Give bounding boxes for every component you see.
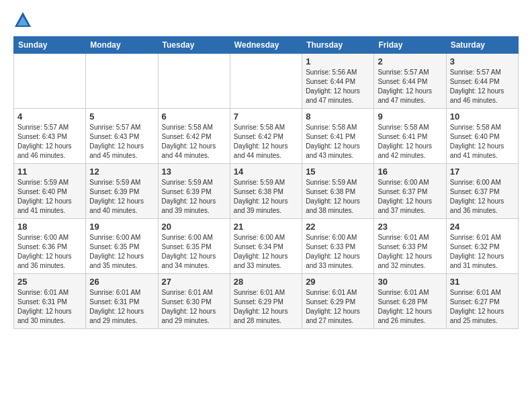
calendar-cell: 3Sunrise: 5:57 AMSunset: 6:44 PMDaylight…: [446, 54, 518, 109]
day-number: 15: [306, 167, 370, 177]
day-info: Sunrise: 5:58 AMSunset: 6:41 PMDaylight:…: [306, 123, 370, 161]
day-info: Sunrise: 6:01 AMSunset: 6:28 PMDaylight:…: [378, 288, 442, 326]
calendar-cell: 5Sunrise: 5:57 AMSunset: 6:43 PMDaylight…: [86, 109, 158, 164]
day-number: 13: [162, 167, 226, 177]
day-number: 8: [306, 111, 370, 122]
weekday-header-thursday: Thursday: [302, 37, 374, 54]
day-info: Sunrise: 6:01 AMSunset: 6:30 PMDaylight:…: [162, 288, 226, 326]
day-number: 7: [234, 111, 298, 122]
day-info: Sunrise: 6:01 AMSunset: 6:27 PMDaylight:…: [450, 288, 515, 326]
calendar-cell: 6Sunrise: 5:58 AMSunset: 6:42 PMDaylight…: [158, 109, 230, 164]
day-number: 11: [17, 167, 82, 177]
calendar-cell: 4Sunrise: 5:57 AMSunset: 6:43 PMDaylight…: [14, 109, 86, 164]
day-info: Sunrise: 5:59 AMSunset: 6:38 PMDaylight:…: [306, 178, 370, 216]
calendar-cell: 25Sunrise: 6:01 AMSunset: 6:31 PMDayligh…: [14, 274, 86, 329]
day-number: 1: [306, 56, 370, 66]
day-info: Sunrise: 6:00 AMSunset: 6:36 PMDaylight:…: [17, 233, 82, 271]
day-info: Sunrise: 5:59 AMSunset: 6:38 PMDaylight:…: [234, 178, 298, 216]
calendar-cell: 24Sunrise: 6:01 AMSunset: 6:32 PMDayligh…: [446, 219, 518, 274]
calendar-cell: 29Sunrise: 6:01 AMSunset: 6:29 PMDayligh…: [302, 274, 374, 329]
logo: [13, 11, 35, 30]
day-number: 26: [89, 277, 154, 287]
day-info: Sunrise: 6:01 AMSunset: 6:29 PMDaylight:…: [234, 288, 298, 326]
day-info: Sunrise: 6:01 AMSunset: 6:31 PMDaylight:…: [89, 288, 154, 326]
calendar-cell: 8Sunrise: 5:58 AMSunset: 6:41 PMDaylight…: [302, 109, 374, 164]
day-number: 30: [378, 277, 442, 287]
calendar-cell: 2Sunrise: 5:57 AMSunset: 6:44 PMDaylight…: [374, 54, 446, 109]
weekday-header-saturday: Saturday: [446, 37, 518, 54]
day-number: 20: [162, 222, 226, 232]
week-row-4: 18Sunrise: 6:00 AMSunset: 6:36 PMDayligh…: [14, 219, 519, 274]
day-number: 16: [378, 167, 442, 177]
calendar-cell: 16Sunrise: 6:00 AMSunset: 6:37 PMDayligh…: [374, 164, 446, 219]
day-info: Sunrise: 5:58 AMSunset: 6:42 PMDaylight:…: [162, 123, 226, 161]
calendar-cell: [230, 54, 302, 109]
calendar-cell: 7Sunrise: 5:58 AMSunset: 6:42 PMDaylight…: [230, 109, 302, 164]
calendar-cell: 1Sunrise: 5:56 AMSunset: 6:44 PMDaylight…: [302, 54, 374, 109]
weekday-header-friday: Friday: [374, 37, 446, 54]
day-info: Sunrise: 5:59 AMSunset: 6:39 PMDaylight:…: [162, 178, 226, 216]
day-number: 6: [162, 111, 226, 122]
calendar-cell: 9Sunrise: 5:58 AMSunset: 6:41 PMDaylight…: [374, 109, 446, 164]
weekday-header-row: SundayMondayTuesdayWednesdayThursdayFrid…: [14, 37, 519, 54]
logo-icon: [13, 11, 32, 30]
weekday-header-monday: Monday: [86, 37, 158, 54]
day-info: Sunrise: 5:57 AMSunset: 6:44 PMDaylight:…: [378, 68, 442, 105]
calendar-table: SundayMondayTuesdayWednesdayThursdayFrid…: [13, 36, 519, 329]
day-info: Sunrise: 5:59 AMSunset: 6:40 PMDaylight:…: [17, 178, 82, 216]
calendar-cell: 10Sunrise: 5:58 AMSunset: 6:40 PMDayligh…: [446, 109, 518, 164]
calendar-cell: 20Sunrise: 6:00 AMSunset: 6:35 PMDayligh…: [158, 219, 230, 274]
day-info: Sunrise: 5:56 AMSunset: 6:44 PMDaylight:…: [306, 68, 370, 105]
day-number: 3: [450, 56, 515, 66]
day-info: Sunrise: 6:00 AMSunset: 6:37 PMDaylight:…: [450, 178, 515, 216]
day-info: Sunrise: 5:58 AMSunset: 6:41 PMDaylight:…: [378, 123, 442, 161]
day-info: Sunrise: 6:01 AMSunset: 6:31 PMDaylight:…: [17, 288, 82, 326]
day-number: 18: [17, 222, 82, 232]
day-info: Sunrise: 5:58 AMSunset: 6:40 PMDaylight:…: [450, 123, 515, 161]
day-info: Sunrise: 6:01 AMSunset: 6:33 PMDaylight:…: [378, 233, 442, 271]
calendar-cell: 15Sunrise: 5:59 AMSunset: 6:38 PMDayligh…: [302, 164, 374, 219]
calendar-cell: 31Sunrise: 6:01 AMSunset: 6:27 PMDayligh…: [446, 274, 518, 329]
week-row-3: 11Sunrise: 5:59 AMSunset: 6:40 PMDayligh…: [14, 164, 519, 219]
calendar-cell: 28Sunrise: 6:01 AMSunset: 6:29 PMDayligh…: [230, 274, 302, 329]
page: SundayMondayTuesdayWednesdayThursdayFrid…: [0, 0, 532, 340]
calendar-cell: 27Sunrise: 6:01 AMSunset: 6:30 PMDayligh…: [158, 274, 230, 329]
day-info: Sunrise: 6:00 AMSunset: 6:35 PMDaylight:…: [89, 233, 154, 271]
day-number: 25: [17, 277, 82, 287]
calendar-cell: [158, 54, 230, 109]
header: [13, 11, 519, 30]
day-number: 29: [306, 277, 370, 287]
day-number: 28: [234, 277, 298, 287]
calendar-cell: 30Sunrise: 6:01 AMSunset: 6:28 PMDayligh…: [374, 274, 446, 329]
day-number: 10: [450, 111, 515, 122]
day-info: Sunrise: 5:57 AMSunset: 6:44 PMDaylight:…: [450, 68, 515, 105]
day-number: 5: [89, 111, 154, 122]
day-number: 17: [450, 167, 515, 177]
week-row-5: 25Sunrise: 6:01 AMSunset: 6:31 PMDayligh…: [14, 274, 519, 329]
calendar-cell: 13Sunrise: 5:59 AMSunset: 6:39 PMDayligh…: [158, 164, 230, 219]
weekday-header-tuesday: Tuesday: [158, 37, 230, 54]
calendar-cell: [14, 54, 86, 109]
calendar-cell: 23Sunrise: 6:01 AMSunset: 6:33 PMDayligh…: [374, 219, 446, 274]
day-number: 9: [378, 111, 442, 122]
day-number: 23: [378, 222, 442, 232]
day-number: 24: [450, 222, 515, 232]
day-number: 22: [306, 222, 370, 232]
day-info: Sunrise: 6:00 AMSunset: 6:33 PMDaylight:…: [306, 233, 370, 271]
weekday-header-sunday: Sunday: [14, 37, 86, 54]
calendar-cell: 22Sunrise: 6:00 AMSunset: 6:33 PMDayligh…: [302, 219, 374, 274]
calendar-cell: 18Sunrise: 6:00 AMSunset: 6:36 PMDayligh…: [14, 219, 86, 274]
calendar-cell: [86, 54, 158, 109]
calendar-cell: 11Sunrise: 5:59 AMSunset: 6:40 PMDayligh…: [14, 164, 86, 219]
day-number: 21: [234, 222, 298, 232]
day-number: 2: [378, 56, 442, 66]
calendar-cell: 12Sunrise: 5:59 AMSunset: 6:39 PMDayligh…: [86, 164, 158, 219]
day-number: 14: [234, 167, 298, 177]
day-info: Sunrise: 5:58 AMSunset: 6:42 PMDaylight:…: [234, 123, 298, 161]
calendar-cell: 19Sunrise: 6:00 AMSunset: 6:35 PMDayligh…: [86, 219, 158, 274]
week-row-1: 1Sunrise: 5:56 AMSunset: 6:44 PMDaylight…: [14, 54, 519, 109]
calendar-cell: 26Sunrise: 6:01 AMSunset: 6:31 PMDayligh…: [86, 274, 158, 329]
day-info: Sunrise: 6:00 AMSunset: 6:34 PMDaylight:…: [234, 233, 298, 271]
weekday-header-wednesday: Wednesday: [230, 37, 302, 54]
calendar-cell: 17Sunrise: 6:00 AMSunset: 6:37 PMDayligh…: [446, 164, 518, 219]
